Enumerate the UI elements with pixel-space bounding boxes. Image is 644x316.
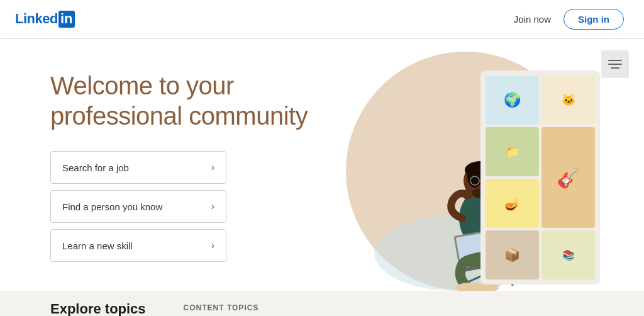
- sidebar-icon[interactable]: [601, 50, 629, 78]
- chevron-right-icon-job: ›: [211, 162, 214, 173]
- cta-search-job-label: Search for a job: [62, 162, 129, 173]
- hero-illustration: 🌍 🐱 📁 🎸 🪔 📦 📚: [340, 64, 606, 291]
- menu-line-2: [608, 64, 622, 65]
- cta-learn-skill-label: Learn a new skill: [62, 240, 133, 251]
- shelf-binders: 📁: [486, 127, 539, 176]
- explore-label: Explore topics: [50, 301, 146, 316]
- header: Linkedin Join now Sign in: [0, 0, 644, 39]
- chevron-right-icon-person: ›: [211, 201, 214, 212]
- join-now-button[interactable]: Join now: [514, 14, 551, 25]
- menu-line-3: [611, 67, 619, 69]
- logo-in-box: in: [58, 11, 75, 27]
- menu-line-1: [608, 60, 622, 61]
- content-topics-label: CONTENT TOPICS: [184, 301, 259, 312]
- hero-title: Welcome to your professional community: [50, 71, 327, 131]
- bookshelf: 🌍 🐱 📁 🎸 🪔 📦 📚: [480, 71, 600, 285]
- cta-find-person[interactable]: Find a person you know ›: [50, 190, 226, 223]
- svg-point-15: [462, 189, 472, 200]
- header-nav: Join now Sign in: [514, 9, 624, 30]
- shelf-globe: 🌍: [486, 76, 539, 125]
- cta-learn-skill[interactable]: Learn a new skill ›: [50, 229, 226, 262]
- cta-search-job[interactable]: Search for a job ›: [50, 151, 226, 184]
- linkedin-logo[interactable]: Linkedin: [15, 11, 75, 27]
- cta-find-person-label: Find a person you know: [62, 201, 162, 212]
- sign-in-button[interactable]: Sign in: [564, 9, 624, 30]
- cta-list: Search for a job › Find a person you kno…: [50, 151, 327, 262]
- shelf-box: 📦: [486, 230, 539, 279]
- shelf-cat: 🐱: [541, 76, 595, 125]
- bottom-section: Explore topics CONTENT TOPICS: [0, 291, 644, 316]
- shelf-lamp: 🪔: [486, 179, 539, 228]
- hero-left: Welcome to your professional community S…: [50, 64, 327, 262]
- logo-text: Linked: [15, 11, 58, 27]
- shelf-shapes: 📚: [541, 230, 595, 279]
- chevron-right-icon-skill: ›: [211, 240, 214, 251]
- hero-section: Welcome to your professional community S…: [0, 39, 644, 291]
- shelf-guitar: 🎸: [541, 127, 595, 228]
